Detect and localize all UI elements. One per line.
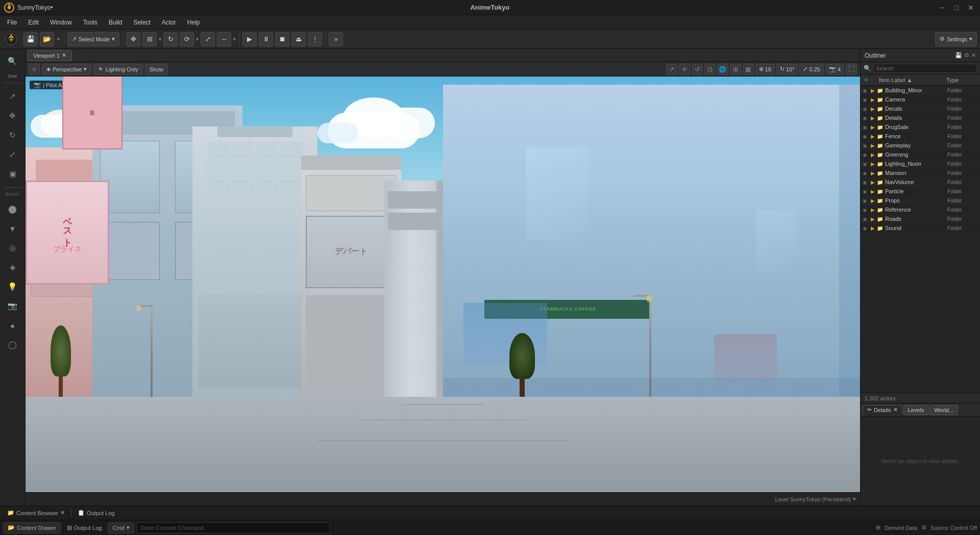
outliner-item[interactable]: ◉ ▶ 📁 NavVolume Folder xyxy=(861,177,980,187)
cmd-button[interactable]: Cmd ▾ xyxy=(108,522,134,533)
sidebar-search-icon[interactable]: 🔍 xyxy=(4,52,22,70)
viewport-tab-close[interactable]: ✕ xyxy=(62,52,66,59)
menu-select[interactable]: Select xyxy=(128,17,155,28)
source-control-label[interactable]: Source Control Off xyxy=(930,525,977,531)
transform-move-button[interactable]: ✥ xyxy=(126,32,140,46)
details-tab-world[interactable]: World... xyxy=(929,405,958,415)
outliner-item[interactable]: ◉ ▶ 📁 Fence Folder xyxy=(861,132,980,141)
vp-globe-icon[interactable]: 🌐 xyxy=(717,64,728,75)
outliner-item[interactable]: ◉ ▶ 📁 Gameplay Folder xyxy=(861,141,980,150)
outliner-item[interactable]: ◉ ▶ 📁 Greening Folder xyxy=(861,150,980,159)
menu-help[interactable]: Help xyxy=(182,17,205,28)
vp-grid-size[interactable]: ⊕ 10 xyxy=(755,64,775,75)
sidebar-circle-icon[interactable]: ◯ xyxy=(4,336,22,354)
menu-window[interactable]: Window xyxy=(45,17,77,28)
sidebar-rotate-icon[interactable]: ↻ xyxy=(4,126,22,144)
sidebar-select-icon[interactable]: ↗ xyxy=(4,87,22,106)
scale-group-button[interactable]: ↔ xyxy=(217,32,231,46)
details-tab-details[interactable]: ✏ Details ✕ xyxy=(863,405,902,415)
select-mode-button[interactable]: ↗ Select Mode ▾ xyxy=(67,32,119,46)
more-options-button[interactable]: » xyxy=(329,32,343,46)
outliner-item[interactable]: ◉ ▶ 📁 Sound Folder xyxy=(861,223,980,233)
menu-file[interactable]: File xyxy=(2,17,22,28)
vp-menu-button[interactable]: ≡ xyxy=(29,64,40,75)
vp-maximize-button[interactable]: ⛶ xyxy=(846,64,857,75)
sidebar-move-icon[interactable]: ✥ xyxy=(4,107,22,125)
vp-grid-icon[interactable]: ⊞ xyxy=(730,64,741,75)
scale-dropdown[interactable]: ▾ xyxy=(233,36,236,42)
restore-button[interactable]: □ xyxy=(951,3,962,13)
outliner-item[interactable]: ◉ ▶ 📁 Props Folder xyxy=(861,196,980,205)
vp-camera-speed[interactable]: 📷 4 xyxy=(825,64,844,75)
outliner-item[interactable]: ◉ ▶ 📁 DrugSale Folder xyxy=(861,122,980,132)
lighting-button[interactable]: ☀ Lighting Only xyxy=(93,64,142,75)
outliner-search-input[interactable] xyxy=(873,64,977,73)
scale-button[interactable]: ⤢ xyxy=(201,32,215,46)
outliner-item[interactable]: ◉ ▶ 📁 Particle Folder xyxy=(861,187,980,196)
eject-button[interactable]: ⏏ xyxy=(291,32,306,46)
sidebar-diamond-icon[interactable]: ◈ xyxy=(4,258,22,276)
details-close-icon[interactable]: ✕ xyxy=(893,406,898,413)
vp-grid2-icon[interactable]: ▦ xyxy=(743,64,754,75)
rotate-dropdown[interactable]: ▾ xyxy=(196,36,199,42)
sidebar-light-icon[interactable]: 💡 xyxy=(4,277,22,296)
rotate-button[interactable]: ↻ xyxy=(163,32,178,46)
menu-edit[interactable]: Edit xyxy=(23,17,44,28)
pause-button[interactable]: ⏸ xyxy=(259,32,273,46)
play-button[interactable]: ▶ xyxy=(242,32,257,46)
outliner-label-column[interactable]: Item Label ▲ xyxy=(879,77,946,83)
menu-tools[interactable]: Tools xyxy=(78,17,103,28)
vp-actor-icon[interactable]: ⊡ xyxy=(704,64,716,75)
content-drawer-button[interactable]: 📂 Content Drawer xyxy=(3,522,61,533)
outliner-item[interactable]: ◉ ▶ 📁 Lighting_Noon Folder xyxy=(861,159,980,168)
vp-rotation-snap[interactable]: ↻ 10° xyxy=(776,64,798,75)
sidebar-scale-icon[interactable]: ⤢ xyxy=(4,145,22,164)
outliner-item[interactable]: ◉ ▶ 📁 Reference Folder xyxy=(861,205,980,214)
viewport-canvas[interactable]: 広告 xyxy=(26,77,860,492)
menu-build[interactable]: Build xyxy=(104,17,128,28)
vp-crosshair-icon[interactable]: ✛ xyxy=(679,64,690,75)
vp-select-icon[interactable]: ↗ xyxy=(666,64,677,75)
transform-group-button[interactable]: ⊞ xyxy=(142,32,157,46)
viewport-tab-1[interactable]: Viewport 1 ✕ xyxy=(28,50,72,61)
show-button[interactable]: Show xyxy=(145,64,168,75)
sidebar-camera-icon[interactable]: 📷 xyxy=(4,297,22,315)
content-browser-button[interactable]: 📁 Content Browser ✕ xyxy=(3,507,69,519)
outliner-item[interactable]: ◉ ▶ 📁 Roads Folder xyxy=(861,214,980,223)
transform-dropdown[interactable]: ▾ xyxy=(159,36,161,42)
outliner-item[interactable]: ◉ ▶ 📁 Building_Minor Folder xyxy=(861,86,980,95)
sidebar-sphere-icon[interactable]: ⬤ xyxy=(4,200,22,218)
derived-data-label[interactable]: Derived Data xyxy=(885,525,917,531)
open-button[interactable]: 📂 xyxy=(40,32,54,46)
item-name: Camera xyxy=(885,96,947,103)
rotate-group-button[interactable]: ⟳ xyxy=(180,32,194,46)
outliner-item[interactable]: ◉ ▶ 📁 Decals Folder xyxy=(861,104,980,113)
sidebar-cylinder-icon[interactable]: ◎ xyxy=(4,239,22,257)
level-dropdown-arrow[interactable]: ▾ xyxy=(853,496,856,502)
outliner-save-icon[interactable]: 💾 xyxy=(955,52,962,59)
outliner-close-button[interactable]: ✕ xyxy=(971,52,976,59)
console-input[interactable] xyxy=(136,522,330,533)
outliner-item[interactable]: ◉ ▶ 📁 Mansion Folder xyxy=(861,168,980,177)
outliner-settings-icon[interactable]: ⚙ xyxy=(964,52,969,59)
menu-actor[interactable]: Actor xyxy=(157,17,181,28)
sidebar-rect-icon[interactable]: ▣ xyxy=(4,165,22,183)
stop-button[interactable]: ⏹ xyxy=(275,32,289,46)
perspective-button[interactable]: ◈ Perspective ▾ xyxy=(42,64,91,75)
project-dropdown[interactable]: ▾ xyxy=(57,36,60,42)
vp-refresh-icon[interactable]: ↺ xyxy=(692,64,703,75)
sidebar-cone-icon[interactable]: ▼ xyxy=(4,219,22,238)
output-log-button[interactable]: 📋 Output Log xyxy=(74,507,118,519)
save-button[interactable]: 💾 xyxy=(23,32,38,46)
close-button[interactable]: ✕ xyxy=(966,3,976,13)
details-tab-levels[interactable]: Levels xyxy=(903,405,929,415)
outliner-item[interactable]: ◉ ▶ 📁 Details Folder xyxy=(861,113,980,122)
minimize-button[interactable]: − xyxy=(937,3,947,13)
outliner-item[interactable]: ◉ ▶ 📁 Camera Folder xyxy=(861,95,980,104)
play-options[interactable]: ⋮ xyxy=(308,32,322,46)
vp-scale-snap[interactable]: ⤢ 0.25 xyxy=(799,64,823,75)
content-browser-close[interactable]: ✕ xyxy=(60,509,65,516)
sidebar-dot-icon[interactable]: ● xyxy=(4,316,22,335)
output-log-bottom[interactable]: ▤ Output Log xyxy=(63,522,106,533)
settings-button[interactable]: ⚙ Settings ▾ xyxy=(935,32,977,46)
